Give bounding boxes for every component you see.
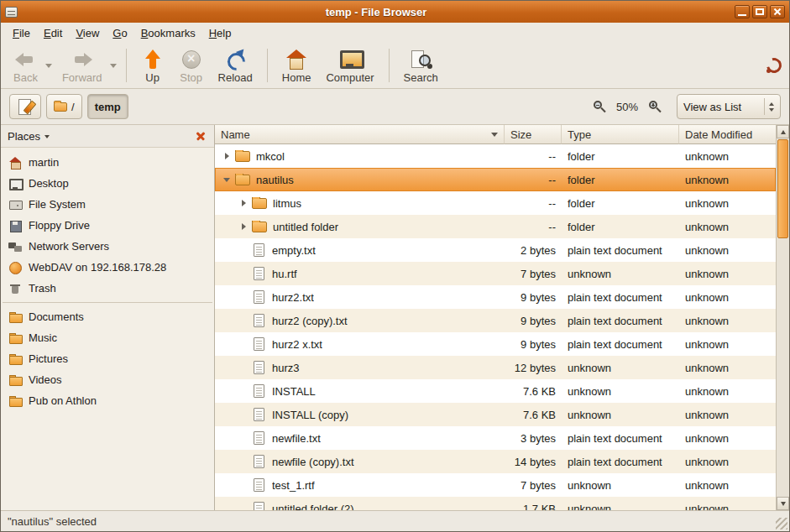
forward-button[interactable]: Forward (55, 46, 110, 86)
file-row[interactable]: newfile (copy).txt 14 bytes plain text d… (215, 450, 776, 473)
places-dropdown-icon (44, 135, 50, 138)
toolbar-group: Back (6, 46, 55, 86)
filesystem-icon (8, 198, 22, 211)
place-item-martin[interactable]: martin (1, 152, 214, 173)
file-size: 2 bytes (505, 244, 562, 257)
file-date-modified: unknown (679, 432, 776, 445)
edit-location-button[interactable] (9, 94, 41, 119)
scroll-up-button[interactable] (777, 125, 789, 138)
computer-button[interactable]: Computer (318, 46, 381, 86)
folder-icon (8, 373, 22, 387)
window-controls (735, 5, 785, 18)
place-item-network-servers[interactable]: Network Servers (1, 236, 214, 257)
places-label: Places (8, 130, 40, 143)
current-folder-button[interactable]: temp (87, 94, 128, 119)
places-header[interactable]: Places (1, 125, 214, 148)
place-item-pub-on-athlon[interactable]: Pub on Athlon (1, 390, 214, 411)
place-item-music[interactable]: Music (1, 327, 214, 348)
menu-go[interactable]: Go (106, 25, 133, 41)
resize-grip[interactable] (776, 518, 787, 529)
place-item-documents[interactable]: Documents (1, 306, 214, 327)
place-item-videos[interactable]: Videos (1, 369, 214, 390)
back-button[interactable]: Back (6, 46, 45, 86)
place-item-pictures[interactable]: Pictures (1, 348, 214, 369)
file-date-modified: unknown (679, 150, 776, 163)
maximize-button[interactable] (752, 5, 767, 18)
file-type: folder (562, 197, 679, 210)
file-row[interactable]: hurz2 (copy).txt 9 bytes plain text docu… (215, 309, 776, 332)
place-item-webdav-on-192-168-178-28[interactable]: WebDAV on 192.168.178.28 (1, 257, 214, 278)
file-type: plain text document (562, 291, 679, 304)
menu-view[interactable]: View (69, 25, 106, 41)
folder-icon (252, 222, 267, 232)
expander-icon[interactable] (220, 153, 233, 159)
menu-help[interactable]: Help (202, 25, 238, 41)
file-row[interactable]: empty.txt 2 bytes plain text document un… (215, 238, 776, 262)
root-folder-button[interactable]: / (46, 94, 82, 119)
file-type: plain text document (562, 456, 679, 468)
menu-bookmarks[interactable]: Bookmarks (134, 25, 202, 41)
stop-button[interactable]: Stop (172, 46, 211, 86)
file-row[interactable]: mkcol -- folder unknown (215, 144, 776, 168)
titlebar[interactable]: temp - File Browser (1, 1, 789, 23)
file-row[interactable]: litmus -- folder unknown (215, 191, 776, 215)
place-item-trash[interactable]: Trash (1, 278, 214, 299)
zoom-in-button[interactable] (648, 100, 662, 113)
folder-icon (8, 310, 22, 324)
home-icon (285, 49, 308, 70)
place-item-floppy-drive[interactable]: Floppy Drive (1, 215, 214, 236)
column-header-name[interactable]: Name (215, 125, 505, 144)
close-sidebar-button[interactable] (194, 129, 207, 143)
file-row[interactable]: hu.rtf 7 bytes unknown unknown (215, 262, 776, 285)
place-item-file-system[interactable]: File System (1, 194, 214, 215)
file-row[interactable]: newfile.txt 3 bytes plain text document … (215, 426, 776, 450)
file-name: hurz2 (copy).txt (272, 315, 348, 327)
view-as-combo[interactable]: View as List (677, 94, 781, 119)
column-header-type[interactable]: Type (562, 125, 679, 144)
expander-icon[interactable] (237, 223, 250, 230)
vertical-scrollbar[interactable] (776, 125, 789, 510)
file-size: 12 bytes (505, 362, 562, 374)
file-row[interactable]: INSTALL (copy) 7.6 KB unknown unknown (215, 403, 776, 426)
dropdown-arrow-icon[interactable] (45, 64, 52, 68)
close-button[interactable] (770, 5, 785, 18)
file-row[interactable]: test_1.rtf 7 bytes unknown unknown (215, 473, 776, 497)
file-row[interactable]: nautilus -- folder unknown (215, 168, 776, 191)
column-header-size[interactable]: Size (505, 125, 562, 144)
file-type: unknown (562, 362, 679, 374)
search-button[interactable]: Search (396, 46, 446, 86)
window-title: temp - File Browser (22, 6, 730, 18)
up-button[interactable]: Up (133, 46, 172, 86)
file-name: litmus (273, 197, 301, 210)
expander-icon[interactable] (237, 200, 250, 206)
file-row[interactable]: untitled folder (2) 1.7 KB unknown unkno… (215, 497, 776, 510)
file-name: untitled folder (273, 221, 338, 233)
file-row[interactable]: untitled folder -- folder unknown (215, 215, 776, 238)
folder-icon (252, 198, 267, 209)
file-date-modified: unknown (679, 197, 776, 210)
reload-button[interactable]: Reload (211, 46, 260, 86)
menu-file[interactable]: File (6, 25, 37, 41)
expander-icon[interactable] (220, 178, 233, 182)
file-date-modified: unknown (679, 221, 776, 233)
minimize-button[interactable] (735, 5, 750, 18)
file-row[interactable]: hurz2.txt 9 bytes plain text document un… (215, 285, 776, 309)
toolbar-items: Back Forward Up Stop Reload Home Compute… (6, 46, 766, 86)
back-arrow-icon (13, 49, 37, 70)
scroll-down-button[interactable] (777, 497, 789, 510)
zoom-out-button[interactable] (593, 100, 606, 113)
column-headers: Name Size Type Date Modified (215, 125, 776, 144)
column-header-date-modified[interactable]: Date Modified (679, 125, 776, 144)
combo-stepper-icon[interactable] (769, 102, 774, 112)
file-row[interactable]: hurz3 12 bytes unknown unknown (215, 356, 776, 379)
home-button[interactable]: Home (275, 46, 319, 86)
menu-edit[interactable]: Edit (37, 25, 69, 41)
place-item-desktop[interactable]: Desktop (1, 173, 214, 194)
file-name: INSTALL (272, 385, 316, 398)
file-row[interactable]: hurz2 x.txt 9 bytes plain text document … (215, 332, 776, 356)
file-date-modified: unknown (679, 174, 776, 186)
file-name: hurz2 x.txt (272, 338, 322, 351)
scrollbar-thumb[interactable] (777, 139, 788, 238)
file-row[interactable]: INSTALL 7.6 KB unknown unknown (215, 379, 776, 403)
dropdown-arrow-icon[interactable] (110, 64, 117, 68)
